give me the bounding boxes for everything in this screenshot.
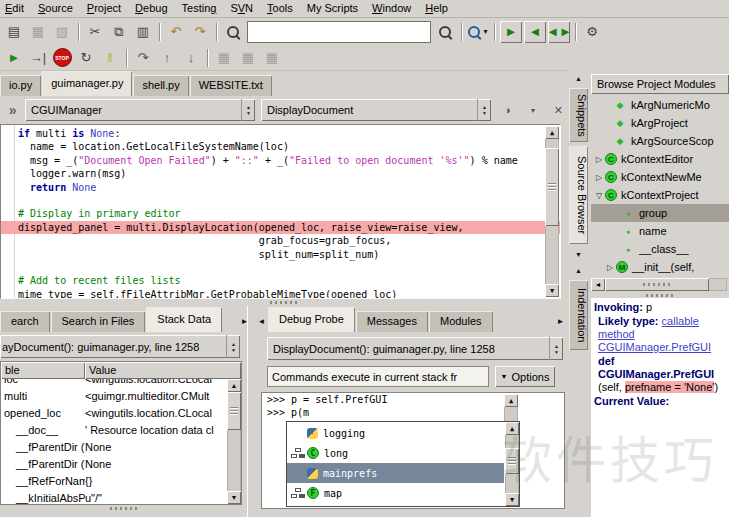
tab-earch[interactable]: earch xyxy=(0,311,50,332)
menu-item-edit[interactable]: Edit xyxy=(0,0,31,17)
search-in-files-button[interactable]: ▾ xyxy=(467,21,489,43)
scroll-up-icon[interactable]: ▲ xyxy=(545,126,559,139)
expander-collapsed-icon[interactable]: ▷ xyxy=(593,155,605,164)
scroll-up-icon[interactable]: ▲ xyxy=(504,394,518,407)
popup-vscrollbar[interactable]: ▲ ▼ xyxy=(505,422,519,506)
tab-io-py[interactable]: io.py xyxy=(0,75,41,96)
symbol-combo[interactable]: DisplayDocument ▲▼ xyxy=(261,99,491,121)
table-row[interactable]: __fParentDir (None xyxy=(1,438,227,455)
menu-item-my-scripts[interactable]: My Scripts xyxy=(300,0,365,17)
tab-snippets[interactable]: Snippets xyxy=(569,88,588,142)
expander-expanded-icon[interactable]: ▽ xyxy=(593,191,605,200)
undo-button[interactable]: ↶ xyxy=(165,21,187,43)
editor-vscrollbar[interactable]: ▲ ▼ xyxy=(545,126,559,297)
table-vscrollbar[interactable]: ▲ ▼ xyxy=(227,379,241,504)
spin-down-icon[interactable]: ▼ xyxy=(482,110,487,116)
debug-probe-console[interactable]: >>> p = self.PrefGUI >>> p(m ▲ ▼ logging… xyxy=(261,392,565,509)
tab-debug-probe[interactable]: Debug Probe xyxy=(268,307,355,332)
expander-collapsed-icon[interactable]: ▷ xyxy=(593,173,605,182)
options-button[interactable]: ▼ Options xyxy=(495,366,555,387)
spin-down-icon[interactable]: ▼ xyxy=(246,110,251,116)
table-row[interactable]: __fRefForNam{} xyxy=(1,472,227,489)
tree-item-kcontextproject[interactable]: ▽CkContextProject xyxy=(591,186,729,204)
tree-item-class[interactable]: ●__class__ xyxy=(591,240,729,258)
splitter-mode-icon[interactable]: ◑ xyxy=(499,104,516,116)
menu-item-project[interactable]: Project xyxy=(80,0,128,17)
tree-item-kargproject[interactable]: ◆kArgProject xyxy=(591,114,729,132)
tree-item-init-self[interactable]: ▷M__init__(self, xyxy=(591,258,729,276)
table-row[interactable]: loc<wingutils.location.CLocal xyxy=(1,379,227,387)
table-row[interactable]: opened_loc<wingutils.location.CLocal xyxy=(1,404,227,421)
completion-item-mainprefs[interactable]: mainprefs xyxy=(287,463,504,483)
goto-next-button[interactable]: ► xyxy=(500,21,522,43)
editor-menu-dropdown-icon[interactable]: ▾ xyxy=(524,106,541,115)
tab-overflow-right-icon[interactable]: ► xyxy=(555,314,566,328)
scroll-down-icon[interactable]: ▼ xyxy=(545,284,559,297)
search-toggle-button[interactable] xyxy=(222,21,244,43)
restart-debug-button[interactable]: ↻ xyxy=(75,47,97,69)
tree-hscroll-track[interactable] xyxy=(605,278,727,291)
menu-item-debug[interactable]: Debug xyxy=(128,0,174,17)
table-row[interactable]: __kInitialAbsPu"/" xyxy=(1,489,227,504)
redo-button[interactable]: ↷ xyxy=(189,21,211,43)
completion-item-logging[interactable]: logging xyxy=(287,423,504,443)
run-to-cursor-button[interactable]: →| xyxy=(27,47,49,69)
tree-item-kargsourcescop[interactable]: ◆kArgSourceScop xyxy=(591,132,729,150)
step-into-button[interactable]: ↓ xyxy=(180,47,202,69)
probe-frame-selector[interactable]: DisplayDocument(): guimanager.py, line 1… xyxy=(267,337,563,360)
tree-hscroll-thumb[interactable] xyxy=(605,278,709,291)
strip2-scroll-up-icon[interactable]: ▲ xyxy=(570,264,587,276)
expander-collapsed-icon[interactable]: ▷ xyxy=(604,263,616,272)
menu-item-window[interactable]: Window xyxy=(365,0,418,17)
editor-vscroll-thumb[interactable] xyxy=(545,148,559,226)
tab-modules[interactable]: Modules xyxy=(429,311,493,332)
type-link-method[interactable]: method xyxy=(598,328,635,340)
tab-overflow-right-icon[interactable]: ► xyxy=(239,314,250,328)
script-button[interactable]: ⚙ xyxy=(581,21,603,43)
menu-item-source[interactable]: Source xyxy=(31,0,80,17)
stop-button[interactable]: STOP xyxy=(51,47,73,69)
completion-item-long[interactable]: Clong xyxy=(287,443,504,463)
tree-item-kcontextnewme[interactable]: ▷CkContextNewMe xyxy=(591,168,729,186)
menu-item-svn[interactable]: SVN xyxy=(223,0,260,17)
completion-item-map[interactable]: Fmap xyxy=(287,483,504,503)
save-button[interactable]: ▦ xyxy=(27,21,49,43)
goto-previous-button[interactable]: ◄ xyxy=(524,21,546,43)
table-row[interactable]: multi<guimgr.multieditor.CMult xyxy=(1,387,227,404)
menu-item-help[interactable]: Help xyxy=(418,0,455,17)
table-vscroll-thumb[interactable] xyxy=(227,392,241,430)
popup-vscroll-thumb[interactable] xyxy=(505,448,519,474)
scroll-down-icon[interactable]: ▼ xyxy=(505,493,519,506)
step-out-button[interactable]: ↑ xyxy=(156,47,178,69)
copy-button[interactable]: ⧉ xyxy=(108,21,130,43)
probe-frame-spinner[interactable]: ▲▼ xyxy=(549,337,563,360)
main-horizontal-splitter[interactable] xyxy=(0,299,567,306)
debug-continue-button[interactable]: ► xyxy=(3,47,25,69)
goto-both-button[interactable]: ◄► xyxy=(548,21,570,43)
tab-website-txt[interactable]: WEBSITE.txt xyxy=(190,75,272,96)
breakpoint-button[interactable]: ▦ xyxy=(213,47,235,69)
scope-combo[interactable]: CGUIManager ▲▼ xyxy=(25,99,255,121)
tree-hscrollbar[interactable]: ◄ xyxy=(591,278,727,291)
spin-down-icon[interactable]: ▼ xyxy=(554,349,559,355)
tree-item-kargnumericmo[interactable]: ◆kArgNumericMo xyxy=(591,96,729,114)
stack-frame-spinner[interactable]: ▲▼ xyxy=(226,335,240,358)
tab-messages[interactable]: Messages xyxy=(356,311,428,332)
spin-down-icon[interactable]: ▼ xyxy=(231,347,236,353)
cut-button[interactable]: ✂ xyxy=(84,21,106,43)
breakpoint-disable-button[interactable]: ▦ xyxy=(237,47,259,69)
table-row[interactable]: __fParentDir (None xyxy=(1,455,227,472)
search-input[interactable] xyxy=(247,21,431,43)
code-area[interactable]: if multi is None: name = location.GetLoc… xyxy=(0,124,561,299)
symbol-combo-spinner[interactable]: ▲▼ xyxy=(477,99,491,121)
tab-stack-data[interactable]: Stack Data xyxy=(146,307,222,332)
browse-project-modules-header[interactable]: Browse Project Modules xyxy=(591,74,729,94)
tab-overflow-left-icon[interactable]: ◄ xyxy=(256,314,267,328)
scroll-up-icon[interactable]: ▲ xyxy=(227,379,241,392)
type-link-symbol[interactable]: CGUIManager.PrefGUI xyxy=(598,341,711,353)
open-file-button[interactable]: ▤ xyxy=(3,21,25,43)
tree-item-kcontexteditor[interactable]: ▷CkContextEditor xyxy=(591,150,729,168)
menu-item-tools[interactable]: Tools xyxy=(260,0,300,17)
type-link-callable[interactable]: callable xyxy=(662,315,699,327)
tab-indentation[interactable]: Indentation xyxy=(569,280,588,350)
